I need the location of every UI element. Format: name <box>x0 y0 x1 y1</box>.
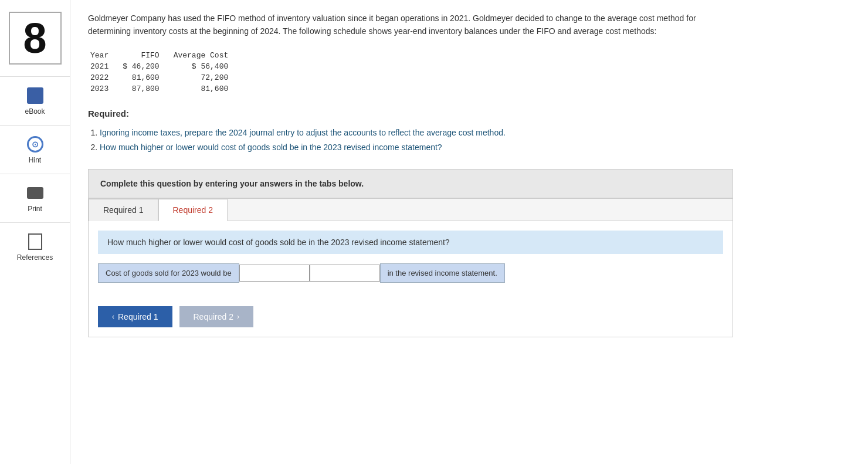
required-items-list: Ignoring income taxes, prepare the 2024 … <box>100 126 850 155</box>
col-fifo: FIFO <box>120 50 171 61</box>
tab-required1[interactable]: Required 1 <box>89 199 158 221</box>
sidebar-item-references-label: References <box>17 253 53 262</box>
tabs-container: Required 1 Required 2 How much higher or… <box>88 198 733 337</box>
tab-required2-content: How much higher or lower would cost of g… <box>89 221 733 302</box>
fifo-2022: 81,600 <box>120 72 171 83</box>
answer-amount-input[interactable] <box>239 265 310 282</box>
col-avgcost: Average Cost <box>171 50 240 61</box>
answer-row: Cost of goods sold for 2023 would be in … <box>98 263 723 283</box>
sidebar-item-print-label: Print <box>28 205 42 213</box>
chevron-left-icon: ‹ <box>112 313 114 321</box>
main-content: Goldmeyer Company has used the FIFO meth… <box>70 0 868 464</box>
references-icon <box>26 232 45 251</box>
answer-direction-input[interactable] <box>310 265 380 282</box>
year-2023: 2023 <box>88 83 120 94</box>
col-year: Year <box>88 50 120 61</box>
nav-required1-label: Required 1 <box>118 312 158 321</box>
required-heading: Required: <box>88 109 850 118</box>
nav-required2-label: Required 2 <box>194 312 234 321</box>
inventory-table: Year FIFO Average Cost 2021 $ 46,200 $ 5… <box>88 50 240 94</box>
tabs-header: Required 1 Required 2 <box>89 199 733 221</box>
year-2021: 2021 <box>88 61 120 72</box>
nav-required2-button[interactable]: Required 2 › <box>179 306 254 327</box>
print-icon <box>26 184 45 202</box>
avg-2021: $ 56,400 <box>171 61 240 72</box>
sidebar-item-hint-label: Hint <box>29 156 41 164</box>
table-row: 2021 $ 46,200 $ 56,400 <box>88 61 240 72</box>
chevron-right-icon: › <box>237 313 239 321</box>
answer-suffix: in the revised income statement. <box>380 263 505 283</box>
sidebar: 8 eBook ⊙ Hint Print References <box>0 0 70 464</box>
nav-buttons: ‹ Required 1 Required 2 › <box>89 306 733 337</box>
year-2022: 2022 <box>88 72 120 83</box>
tab2-question-text: How much higher or lower would cost of g… <box>107 238 450 247</box>
avg-2022: 72,200 <box>171 72 240 83</box>
sidebar-item-print[interactable]: Print <box>0 174 70 222</box>
tab2-question-bar: How much higher or lower would cost of g… <box>98 231 723 254</box>
sidebar-item-ebook-label: eBook <box>25 107 45 116</box>
required-item-2: How much higher or lower would cost of g… <box>100 140 850 155</box>
sidebar-item-ebook[interactable]: eBook <box>0 76 70 125</box>
tab-required2[interactable]: Required 2 <box>158 199 228 221</box>
table-row: 2022 81,600 72,200 <box>88 72 240 83</box>
table-row: 2023 87,800 81,600 <box>88 83 240 94</box>
complete-question-box: Complete this question by entering your … <box>88 169 733 198</box>
problem-text: Goldmeyer Company has used the FIFO meth… <box>88 12 733 38</box>
hint-icon: ⊙ <box>26 135 45 154</box>
sidebar-item-hint[interactable]: ⊙ Hint <box>0 125 70 174</box>
fifo-2021: $ 46,200 <box>120 61 171 72</box>
ebook-icon <box>26 86 45 105</box>
nav-required1-button[interactable]: ‹ Required 1 <box>98 306 172 327</box>
avg-2023: 81,600 <box>171 83 240 94</box>
problem-number: 8 <box>9 12 62 65</box>
required-item-1: Ignoring income taxes, prepare the 2024 … <box>100 126 850 140</box>
answer-label: Cost of goods sold for 2023 would be <box>98 263 239 283</box>
fifo-2023: 87,800 <box>120 83 171 94</box>
sidebar-item-references[interactable]: References <box>0 222 70 271</box>
complete-question-text: Complete this question by entering your … <box>100 179 721 188</box>
